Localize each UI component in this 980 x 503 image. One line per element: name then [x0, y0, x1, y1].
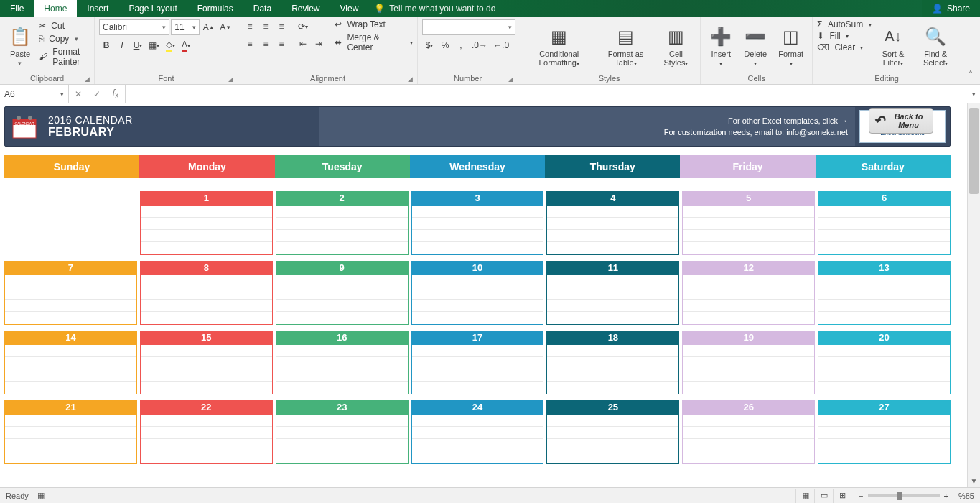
- tab-review[interactable]: Review: [281, 0, 330, 17]
- paste-button[interactable]: 📋 Paste▾: [4, 19, 36, 73]
- tab-formulas[interactable]: Formulas: [187, 0, 243, 17]
- insert-cells-button[interactable]: ➕Insert▾: [705, 19, 737, 73]
- comma-button[interactable]: ,: [454, 38, 468, 52]
- group-cells: ➕Insert▾ ➖Delete▾ ◫Format▾ Cells: [701, 17, 813, 84]
- font-dialog-launcher-icon[interactable]: ◢: [228, 75, 233, 83]
- increase-indent-button[interactable]: ⇥: [312, 37, 326, 51]
- group-clipboard-label: Clipboard: [30, 74, 64, 83]
- brush-icon: 🖌: [39, 52, 47, 62]
- align-top-button[interactable]: ≡: [243, 19, 257, 34]
- border-button[interactable]: ▦▾: [146, 38, 162, 52]
- find-select-button[interactable]: 🔍Find & Select▾: [915, 19, 956, 73]
- autosum-button[interactable]: Σ AutoSum ▾: [817, 19, 871, 29]
- align-center-button[interactable]: ≡: [258, 37, 273, 51]
- group-font: Calibri▾ 11▾ A▲ A▼ B I U▾ ▦▾ ◇▾ A▾ Font◢: [95, 17, 238, 84]
- magnifier-icon: 🔍: [924, 25, 947, 48]
- font-size-value: 11: [174, 22, 184, 32]
- orientation-button[interactable]: ⟳▾: [296, 19, 310, 34]
- clear-button[interactable]: ⌫ Clear ▾: [817, 42, 871, 52]
- titlebar-spacer: [495, 0, 922, 17]
- delete-cells-button[interactable]: ➖Delete▾: [739, 19, 771, 73]
- tab-view[interactable]: View: [330, 0, 369, 17]
- ribbon: 📋 Paste▾ ✂ Cut ⎘ Copy ▾ 🖌 Format Painter…: [0, 17, 980, 85]
- format-painter-label: Format Painter: [52, 47, 90, 67]
- conditional-formatting-icon: ▦: [548, 25, 571, 48]
- fill-button[interactable]: ⬇ Fill ▾: [817, 31, 871, 41]
- decrease-decimal-button[interactable]: ←.0: [491, 38, 511, 52]
- cell-styles-button[interactable]: ▥Cell Styles▾: [656, 19, 696, 73]
- formula-input[interactable]: ▾: [126, 85, 980, 103]
- increase-font-button[interactable]: A▲: [201, 20, 217, 34]
- font-size-combo[interactable]: 11▾: [171, 19, 199, 35]
- name-box[interactable]: A6▾: [0, 85, 69, 103]
- tab-home[interactable]: Home: [34, 0, 77, 17]
- decrease-font-button[interactable]: A▼: [218, 20, 233, 34]
- wrap-text-icon: ↩: [335, 19, 342, 29]
- alignment-dialog-launcher-icon[interactable]: ◢: [408, 75, 413, 83]
- formula-expand-icon[interactable]: ▾: [972, 91, 976, 98]
- menu-tabs: File Home Insert Page Layout Formulas Da…: [0, 0, 980, 17]
- bold-button[interactable]: B: [99, 38, 113, 52]
- collapse-ribbon-button[interactable]: ˄: [961, 65, 980, 84]
- align-right-button[interactable]: ≡: [274, 37, 289, 51]
- font-name-combo[interactable]: Calibri▾: [99, 19, 169, 35]
- fill-down-icon: ⬇: [817, 31, 824, 41]
- merge-center-button[interactable]: ⬌ Merge & Center ▾: [335, 32, 413, 52]
- italic-button[interactable]: I: [115, 38, 129, 52]
- font-color-button[interactable]: A▾: [179, 38, 193, 52]
- sort-filter-button[interactable]: A↓Sort & Filter▾: [874, 19, 913, 73]
- increase-decimal-button[interactable]: .0→: [470, 38, 490, 52]
- number-dialog-launcher-icon[interactable]: ◢: [508, 75, 513, 83]
- percent-button[interactable]: %: [438, 38, 452, 52]
- group-number-label: Number: [454, 74, 482, 83]
- conditional-formatting-button[interactable]: ▦Conditional Formatting▾: [523, 19, 595, 73]
- format-as-table-button[interactable]: ▤Format as Table▾: [598, 19, 653, 73]
- group-editing-label: Editing: [874, 74, 899, 83]
- cut-button[interactable]: ✂ Cut: [39, 21, 90, 31]
- tab-file[interactable]: File: [0, 0, 34, 17]
- border-icon: ▦: [149, 40, 157, 50]
- number-format-value: [426, 22, 428, 32]
- accounting-format-button[interactable]: $▾: [422, 38, 437, 52]
- scissors-icon: ✂: [39, 21, 46, 31]
- sort-filter-icon: A↓: [882, 25, 905, 48]
- enter-formula-button[interactable]: ✓: [88, 89, 106, 99]
- chevron-down-icon[interactable]: ▾: [60, 91, 64, 98]
- decrease-indent-button[interactable]: ⇤: [296, 37, 310, 51]
- copy-icon: ⎘: [39, 34, 44, 44]
- underline-button[interactable]: U▾: [131, 38, 145, 52]
- align-bottom-button[interactable]: ≡: [274, 19, 289, 34]
- tab-insert[interactable]: Insert: [77, 0, 118, 17]
- insert-icon: ➕: [709, 25, 732, 48]
- tab-page-layout[interactable]: Page Layout: [118, 0, 187, 17]
- paste-label: Paste: [10, 50, 30, 58]
- fx-button[interactable]: fx: [106, 88, 125, 99]
- align-left-button[interactable]: ≡: [243, 37, 257, 51]
- name-box-value: A6: [4, 89, 15, 99]
- merge-icon: ⬌: [335, 37, 342, 47]
- format-label: Format: [778, 50, 803, 58]
- format-table-icon: ▤: [615, 25, 638, 48]
- sigma-icon: Σ: [817, 19, 822, 29]
- group-editing: Σ AutoSum ▾ ⬇ Fill ▾ ⌫ Clear ▾ A↓Sort & …: [813, 17, 961, 84]
- tell-me-search[interactable]: 💡 Tell me what you want to do: [374, 0, 495, 17]
- wrap-text-button[interactable]: ↩ Wrap Text: [335, 19, 413, 29]
- share-label: Share: [947, 4, 970, 14]
- share-icon: 👤: [932, 4, 943, 14]
- copy-button[interactable]: ⎘ Copy ▾: [39, 34, 90, 44]
- delete-icon: ➖: [744, 25, 767, 48]
- cancel-formula-button[interactable]: ✕: [69, 89, 88, 99]
- eraser-icon: ⌫: [817, 42, 829, 52]
- format-cells-button[interactable]: ◫Format▾: [774, 19, 808, 73]
- number-format-combo[interactable]: ▾: [422, 19, 515, 35]
- fill-color-button[interactable]: ◇▾: [163, 38, 177, 52]
- fill-label: Fill: [829, 31, 840, 41]
- format-painter-button[interactable]: 🖌 Format Painter: [39, 47, 90, 67]
- group-font-label: Font: [159, 74, 174, 83]
- tab-data[interactable]: Data: [243, 0, 281, 17]
- clipboard-dialog-launcher-icon[interactable]: ◢: [85, 75, 90, 83]
- share-button[interactable]: 👤 Share: [922, 0, 980, 17]
- align-middle-button[interactable]: ≡: [258, 19, 273, 34]
- format-icon: ◫: [780, 25, 803, 48]
- group-styles: ▦Conditional Formatting▾ ▤Format as Tabl…: [518, 17, 701, 84]
